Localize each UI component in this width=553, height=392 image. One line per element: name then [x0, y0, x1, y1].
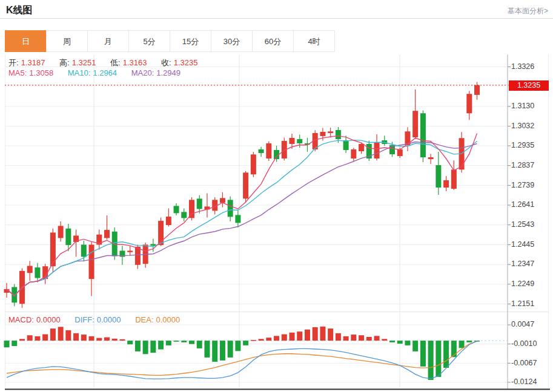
- svg-text:1.2641: 1.2641: [511, 200, 534, 209]
- kline-widget: K线图 基本面分析> 日 周 月 5分 15分 30分 60分 4时 1.332…: [0, 0, 553, 392]
- svg-text:0.0047: 0.0047: [511, 320, 534, 328]
- close-label: 收:: [161, 58, 171, 67]
- svg-text:1.2935: 1.2935: [511, 141, 534, 149]
- svg-text:1.3130: 1.3130: [511, 102, 534, 110]
- ma-legend: MA5:1.3058 MA10:1.2964 MA20:1.2949: [8, 68, 183, 77]
- ma5-label: MA5:: [8, 68, 27, 77]
- svg-text:1.2445: 1.2445: [511, 240, 534, 249]
- low-label: 低:: [110, 58, 121, 67]
- ohlc-legend: 开:1.3187 高:1.3251 低:1.3163 收:1.3235: [8, 57, 200, 68]
- svg-text:-0.0124: -0.0124: [511, 377, 537, 386]
- svg-text:1.2347: 1.2347: [511, 260, 534, 268]
- open-value: 1.3187: [21, 58, 45, 67]
- diff-label: DIFF:: [75, 315, 94, 324]
- svg-text:1.2739: 1.2739: [511, 181, 534, 189]
- dea-label: DEA:: [135, 315, 153, 324]
- diff-value: 0.0000: [97, 315, 121, 324]
- svg-text:1.2543: 1.2543: [511, 220, 534, 229]
- current-price-badge: 1.3235: [509, 80, 549, 91]
- ma20-value: 1.2949: [156, 68, 180, 77]
- ma5-value: 1.3058: [29, 68, 53, 77]
- low-value: 1.3163: [123, 58, 147, 67]
- svg-text:1.3032: 1.3032: [511, 122, 534, 130]
- high-label: 高:: [59, 58, 70, 67]
- macd-legend: MACD:0.0000 DIFF:0.0000 DEA:0.0000: [8, 315, 182, 324]
- svg-text:1.2837: 1.2837: [511, 161, 534, 169]
- macd-value: 0.0000: [36, 315, 61, 324]
- close-value: 1.3235: [174, 58, 198, 67]
- macd-label: MACD:: [8, 315, 34, 324]
- high-value: 1.3251: [72, 58, 96, 67]
- ma20-label: MA20:: [131, 68, 154, 77]
- svg-text:1.2151: 1.2151: [511, 299, 534, 308]
- svg-text:1.3326: 1.3326: [511, 62, 534, 71]
- ma10-value: 1.2964: [93, 68, 117, 77]
- svg-text:-0.0067: -0.0067: [511, 359, 537, 367]
- ma10-label: MA10:: [68, 68, 91, 77]
- svg-text:1.2249: 1.2249: [511, 279, 534, 288]
- open-label: 开:: [8, 58, 19, 67]
- dea-value: 0.0000: [156, 315, 180, 324]
- svg-text:-0.0010: -0.0010: [511, 339, 537, 348]
